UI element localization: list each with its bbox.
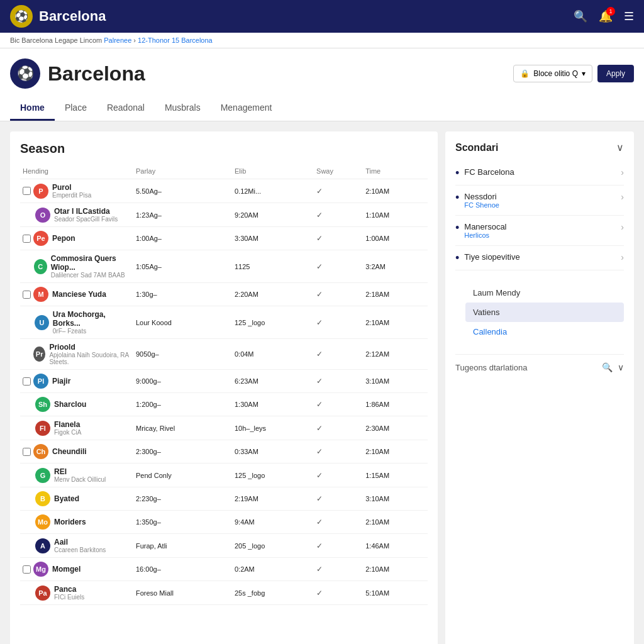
time-cell: 1:10AM xyxy=(363,203,428,227)
table-row[interactable]: G REI Menv Dack Oillicul Pend Conly 125 … xyxy=(20,464,428,487)
col-time: Time xyxy=(363,164,428,179)
breadcrumb-part-3[interactable]: Palrenee xyxy=(104,36,131,44)
breadcrumb: Bic Barcelona Legape Lincom Palrenee › 1… xyxy=(0,33,644,48)
brand-name: Barcelona xyxy=(48,62,145,86)
tab-menagement[interactable]: Menagement xyxy=(211,96,282,121)
table-row[interactable]: Mg Momgel 16:00g– 0:2AM ✓ 2:10AM xyxy=(20,558,428,581)
time-cell: 5:10AM xyxy=(363,581,428,605)
parlay-cell: Mricay, Rivel xyxy=(133,416,232,440)
sub-item[interactable]: Vatiens xyxy=(465,303,624,322)
row-checkbox[interactable] xyxy=(23,377,31,386)
table-row[interactable]: Fl Flanela Figok CiA Mricay, Rivel 10h–_… xyxy=(20,416,428,440)
row-checkbox[interactable] xyxy=(23,187,31,195)
apply-button[interactable]: Apply xyxy=(597,65,634,82)
elib-cell: 1:30AM xyxy=(232,393,314,416)
chevron-up-icon[interactable]: ∨ xyxy=(616,142,624,153)
team-logo: G xyxy=(35,468,50,483)
item-sub: Dalilencer Sad 7AM BAAB xyxy=(51,272,131,279)
row-checkbox[interactable] xyxy=(23,235,31,243)
team-logo: O xyxy=(35,208,50,223)
table-row[interactable]: Pl Piajir 9:000g– 6:23AM ✓ 3:10AM xyxy=(20,370,428,393)
sway-cell: ✓ xyxy=(314,339,363,370)
sway-cell: ✓ xyxy=(314,487,363,511)
col-hending: Hending xyxy=(20,164,133,179)
top-bar-brand: ⚽ Barcelona xyxy=(10,5,106,28)
secondary-list-item[interactable]: • Tiye siopevitive › xyxy=(455,246,624,270)
table-row[interactable]: C Commosira Quers Wiop... Dalilencer Sad… xyxy=(20,250,428,283)
breadcrumb-part-1: Bic Barcelona Legape xyxy=(10,36,78,44)
secondary-list-item[interactable]: • FC Barcelona › xyxy=(455,161,624,186)
sub-item[interactable]: Callendia xyxy=(465,322,624,341)
table-row[interactable]: Sh Sharclou 1:200g– 1:30AM ✓ 1:86AM xyxy=(20,393,428,416)
page-header: ⚽ Barcelona 🔒 Bloce olitio Q ▾ Apply Hom… xyxy=(0,48,644,121)
item-name: Sharclou xyxy=(54,400,86,409)
breadcrumb-part-4[interactable]: 12-Thonor 15 Barcelona xyxy=(138,36,213,44)
table-row[interactable]: M Manciese Yuda 1:30g– 2:20AM ✓ 2:18AM xyxy=(20,283,428,306)
team-logo: Sh xyxy=(35,397,50,412)
parlay-cell: 5.50Ag– xyxy=(133,179,232,203)
tab-musbrals[interactable]: Musbrals xyxy=(155,96,211,121)
parlay-cell: 2:300g– xyxy=(133,440,232,464)
secondary-item-title: FC Barcelona xyxy=(464,167,616,177)
team-logo: C xyxy=(34,259,47,274)
tugeons-title: Tugeons dtarlationa xyxy=(455,363,527,372)
elib-cell: 0:04M xyxy=(232,339,314,370)
team-logo: Pe xyxy=(33,231,48,246)
table-row[interactable]: Mo Moriders 1:350g– 9:4AM ✓ 2:10AM xyxy=(20,511,428,534)
tab-place[interactable]: Place xyxy=(55,96,97,121)
secondary-list-item[interactable]: • Nessdori FC Shenoe › xyxy=(455,186,624,216)
item-sub: Menv Dack Oillicul xyxy=(54,476,106,483)
elib-cell: 3:30AM xyxy=(232,227,314,250)
row-checkbox[interactable] xyxy=(23,448,31,456)
elib-cell: 2:19AM xyxy=(232,487,314,511)
time-cell: 3:2AM xyxy=(363,250,428,283)
secondary-item-subtitle: Herlicos xyxy=(464,231,616,239)
search-icon[interactable]: 🔍 xyxy=(574,9,587,23)
menu-icon[interactable]: ☰ xyxy=(624,9,634,23)
sway-cell: ✓ xyxy=(314,581,363,605)
elib-cell: 0:33AM xyxy=(232,440,314,464)
elib-cell: 205 _logo xyxy=(232,534,314,558)
blocklist-button[interactable]: 🔒 Bloce olitio Q ▾ xyxy=(513,65,592,82)
sub-item[interactable]: Laum Mendy xyxy=(465,283,624,303)
secondary-list-item[interactable]: • Manersocal Herlicos › xyxy=(455,216,624,246)
expand-icon[interactable]: ∨ xyxy=(618,362,624,372)
table-row[interactable]: B Byated 2:230g– 2:19AM ✓ 3:10AM xyxy=(20,487,428,511)
bullet-icon: • xyxy=(455,167,459,179)
table-row[interactable]: Pe Pepon 1:00Ag– 3:30AM ✓ 1:00AM xyxy=(20,227,428,250)
team-logo: M xyxy=(33,287,48,302)
table-row[interactable]: Pa Panca FICi Euiels Foreso Miall 25s _f… xyxy=(20,581,428,605)
sway-cell: ✓ xyxy=(314,440,363,464)
sway-cell: ✓ xyxy=(314,179,363,203)
table-row[interactable]: U Ura Mochorga, Borks... 0rF– Fzeats Lou… xyxy=(20,306,428,339)
secondary-list: • FC Barcelona › • Nessdori FC Shenoe › … xyxy=(455,161,624,270)
parlay-cell: 1:05Ag– xyxy=(133,250,232,283)
team-logo: Ch xyxy=(33,444,48,459)
tugeons-section: Tugeons dtarlationa 🔍 ∨ xyxy=(455,354,624,372)
table-row[interactable]: P Purol Emperdit Pisa 5.50Ag– 0.12Mi... … xyxy=(20,179,428,203)
time-cell: 2:30AM xyxy=(363,416,428,440)
brand-logo: ⚽ xyxy=(10,58,40,89)
row-checkbox[interactable] xyxy=(23,291,31,299)
table-row[interactable]: A Aail Ccareen Barkitons Furap, Atli 205… xyxy=(20,534,428,558)
tab-home[interactable]: Home xyxy=(10,96,55,121)
table-row[interactable]: Ch Cheundili 2:300g– 0:33AM ✓ 2:10AM xyxy=(20,440,428,464)
item-name: Moriders xyxy=(54,518,86,526)
col-parlay: Parlay xyxy=(133,164,232,179)
sway-cell: ✓ xyxy=(314,464,363,487)
row-checkbox[interactable] xyxy=(23,565,31,574)
item-sub: Seador SpacGill Favils xyxy=(54,216,118,223)
tugeons-header: Tugeons dtarlationa 🔍 ∨ xyxy=(455,362,624,372)
time-cell: 2:10AM xyxy=(363,306,428,339)
tab-readonal[interactable]: Readonal xyxy=(97,96,155,121)
table-row[interactable]: O Otar I ILCastida Seador SpacGill Favil… xyxy=(20,203,428,227)
parlay-cell: 16:00g– xyxy=(133,558,232,581)
time-cell: 2:18AM xyxy=(363,283,428,306)
table-row[interactable]: Pr Prioold Apjolaina Naih Soudoira, RA S… xyxy=(20,339,428,370)
notification-icon[interactable]: 🔔 1 xyxy=(599,9,613,23)
search-icon[interactable]: 🔍 xyxy=(602,362,613,372)
tugeons-actions: 🔍 ∨ xyxy=(602,362,624,372)
elib-cell: 9:4AM xyxy=(232,511,314,534)
item-name: Otar I ILCastida xyxy=(54,207,118,216)
item-name: Prioold xyxy=(49,343,131,352)
